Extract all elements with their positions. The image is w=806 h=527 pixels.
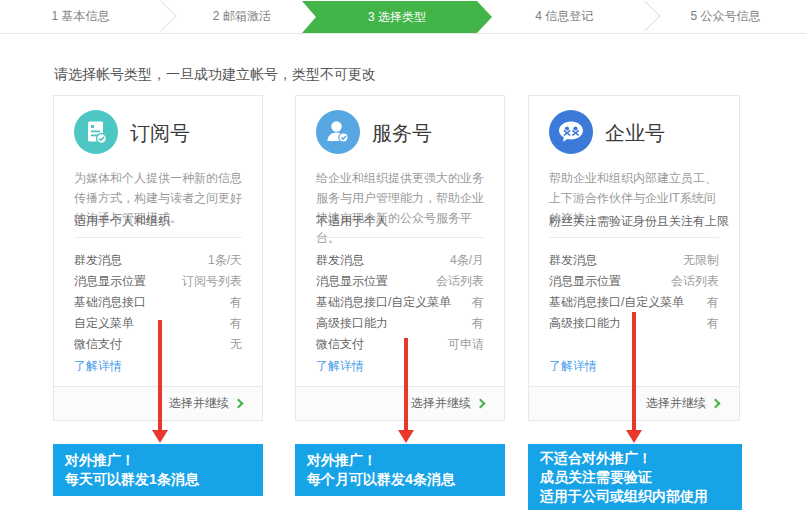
- feature-row: 消息显示位置会话列表: [316, 271, 484, 292]
- feature-value: 有: [230, 313, 242, 334]
- annotation-service: 对外推广！ 每个月可以群发4条消息: [295, 444, 505, 496]
- step-label: 4 信息登记: [535, 8, 593, 25]
- feature-value: 4条/月: [450, 250, 484, 271]
- feature-value: 可申请: [448, 334, 484, 355]
- feature-row: 群发消息4条/月: [316, 250, 484, 271]
- annotation-line: 每个月可以群发4条消息: [307, 470, 493, 489]
- card-suitability: 粉丝关注需验证身份且关注有上限: [549, 213, 729, 230]
- feature-label: 高级接口能力: [316, 313, 388, 334]
- feature-value: 会话列表: [671, 271, 719, 292]
- annotation-line: 不适合对外推广！: [540, 449, 730, 468]
- step-label: 5 公众号信息: [690, 8, 760, 25]
- feature-row: 群发消息1条/天: [74, 250, 242, 271]
- annotation-subscription: 对外推广！ 每天可以群发1条消息: [53, 444, 263, 496]
- card-description: 给企业和组织提供更强大的业务服务与用户管理能力，帮助企业快速实现全新的公众号服务…: [316, 168, 484, 248]
- feature-label: 群发消息: [316, 250, 364, 271]
- feature-label: 微信支付: [74, 334, 122, 355]
- step-label-active: 3 选择类型: [368, 9, 426, 26]
- divider: [549, 237, 719, 238]
- feature-label: 基础消息接口: [74, 292, 146, 313]
- feature-value: 1条/天: [208, 250, 242, 271]
- step-choose-type-active: 3 选择类型: [302, 1, 492, 33]
- feature-label: 基础消息接口/自定义菜单: [316, 292, 451, 313]
- feature-value: 有: [472, 292, 484, 313]
- divider: [316, 237, 484, 238]
- chevron-right-icon: [711, 399, 721, 409]
- annotation-enterprise: 不适合对外推广！ 成员关注需要验证 适用于公司或组织内部使用: [528, 444, 742, 510]
- annotation-line: 每天可以群发1条消息: [65, 470, 251, 489]
- feature-row: 基础消息接口/自定义菜单有: [549, 292, 719, 313]
- select-and-continue-label: 选择并继续: [646, 395, 706, 412]
- feature-row: 高级接口能力有: [316, 313, 484, 334]
- annotation-line: 适用于公司或组织内部使用: [540, 487, 730, 506]
- person-check-icon: [316, 110, 360, 154]
- red-arrow-down: [152, 320, 168, 443]
- feature-value: 无: [230, 334, 242, 355]
- feature-label: 高级接口能力: [549, 313, 621, 334]
- feature-label: 群发消息: [549, 250, 597, 271]
- card-title: 服务号: [372, 120, 432, 147]
- step-info-registration: 4 信息登记: [484, 0, 645, 33]
- feature-row: 基础消息接口/自定义菜单有: [316, 292, 484, 313]
- feature-value: 有: [472, 313, 484, 334]
- step-label: 1 基本信息: [52, 8, 110, 25]
- page-title: 请选择帐号类型，一旦成功建立帐号，类型不可更改: [54, 66, 376, 84]
- subscription-doc-icon: [74, 110, 118, 154]
- feature-label: 消息显示位置: [549, 271, 621, 292]
- feature-value: 订阅号列表: [182, 271, 242, 292]
- details-link[interactable]: 了解详情: [316, 358, 364, 375]
- feature-value: 有: [707, 313, 719, 334]
- feature-label: 消息显示位置: [74, 271, 146, 292]
- red-arrow-down: [626, 312, 642, 443]
- feature-value: 有: [707, 292, 719, 313]
- account-type-selection-page: 1 基本信息 2 邮箱激活 4 信息登记 5 公众号信息 3 选择类型 请选择帐…: [0, 0, 806, 527]
- chevron-right-icon: [234, 399, 244, 409]
- feature-row: 基础消息接口有: [74, 292, 242, 313]
- feature-row: 消息显示位置会话列表: [549, 271, 719, 292]
- chat-bubble-people-icon: [549, 110, 593, 154]
- feature-label: 微信支付: [316, 334, 364, 355]
- details-link[interactable]: 了解详情: [549, 358, 597, 375]
- feature-label: 自定义菜单: [74, 313, 134, 334]
- annotation-line: 对外推广！: [307, 451, 493, 470]
- annotation-line: 成员关注需要验证: [540, 468, 730, 487]
- step-label: 2 邮箱激活: [213, 8, 271, 25]
- step-email-activation: 2 邮箱激活: [161, 0, 322, 33]
- feature-row: 群发消息无限制: [549, 250, 719, 271]
- card-title: 订阅号: [130, 120, 190, 147]
- step-basic-info: 1 基本信息: [0, 0, 161, 33]
- select-and-continue-label: 选择并继续: [411, 395, 471, 412]
- feature-value: 无限制: [683, 250, 719, 271]
- select-and-continue-label: 选择并继续: [169, 395, 229, 412]
- red-arrow-down: [398, 338, 414, 443]
- feature-value: 会话列表: [436, 271, 484, 292]
- step-account-info: 5 公众号信息: [645, 0, 806, 33]
- feature-value: 有: [230, 292, 242, 313]
- feature-label: 群发消息: [74, 250, 122, 271]
- feature-label: 消息显示位置: [316, 271, 388, 292]
- card-suitability: 不适用于个人: [316, 213, 388, 230]
- card-title: 企业号: [605, 120, 665, 147]
- chevron-right-icon: [476, 399, 486, 409]
- annotation-line: 对外推广！: [65, 451, 251, 470]
- details-link[interactable]: 了解详情: [74, 358, 122, 375]
- divider: [74, 237, 242, 238]
- feature-label: 基础消息接口/自定义菜单: [549, 292, 684, 313]
- feature-row: 消息显示位置订阅号列表: [74, 271, 242, 292]
- registration-step-bar: 1 基本信息 2 邮箱激活 4 信息登记 5 公众号信息 3 选择类型: [0, 0, 806, 34]
- card-suitability: 适用于个人和组织: [74, 213, 170, 230]
